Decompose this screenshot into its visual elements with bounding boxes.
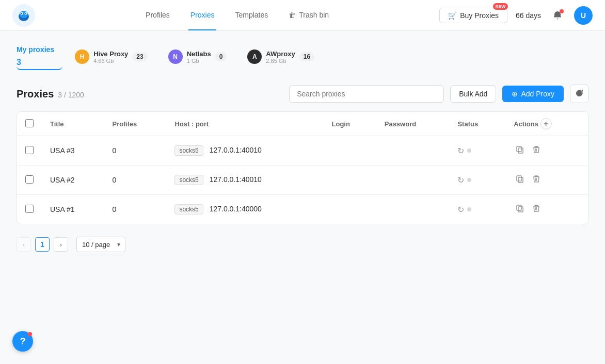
netlabs-icon: N	[168, 49, 183, 64]
delete-button-0[interactable]	[530, 143, 543, 158]
nav: Profiles Proxies Templates 🗑 Trash bin	[52, 1, 423, 30]
row-checkbox-2[interactable]	[25, 205, 34, 213]
col-login: Login	[324, 112, 376, 136]
row-password-2	[376, 195, 450, 224]
svg-rect-7	[518, 148, 523, 153]
tab-netlabs[interactable]: N Netlabs 1 Gb 0	[162, 45, 235, 68]
row-checkbox-1[interactable]	[25, 175, 34, 184]
bulk-add-button[interactable]: Bulk Add	[450, 85, 496, 103]
svg-rect-11	[518, 207, 523, 212]
svg-point-6	[25, 12, 26, 13]
refresh-button[interactable]	[570, 85, 588, 103]
add-icon: ⊕	[512, 90, 518, 98]
nav-trash[interactable]: 🗑 Trash bin	[286, 1, 331, 30]
table-row: USA #1 0 socks5 127.0.0.1:40000 ↻	[17, 195, 588, 224]
svg-rect-8	[517, 146, 521, 152]
row-login-0	[324, 136, 376, 166]
next-page-button[interactable]: ›	[54, 237, 68, 252]
avatar[interactable]: U	[574, 6, 593, 25]
row-actions-2	[505, 195, 588, 224]
notification-button[interactable]	[549, 7, 566, 24]
status-dot-1	[467, 178, 471, 182]
table-row: USA #2 0 socks5 127.0.0.1:40010 ↻	[17, 166, 588, 195]
row-title-2: USA #1	[42, 195, 104, 224]
row-profiles-2: 0	[104, 195, 167, 224]
table-row: USA #3 0 socks5 127.0.0.1:40010 ↻	[17, 136, 588, 166]
nav-profiles[interactable]: Profiles	[144, 1, 172, 30]
proxies-header: Proxies 3 / 1200 Bulk Add ⊕ Add Proxy	[17, 85, 588, 103]
tab-awproxy[interactable]: A AWproxy 2.85 Gb 16	[241, 45, 323, 68]
row-title-1: USA #2	[42, 166, 104, 195]
row-password-1	[376, 166, 450, 195]
col-password: Password	[376, 112, 450, 136]
row-profiles-0: 0	[104, 136, 167, 166]
svg-point-2	[20, 11, 28, 18]
col-title: Title	[42, 112, 104, 136]
row-title-0: USA #3	[42, 136, 104, 166]
svg-point-5	[21, 12, 22, 13]
host-value-2: 127.0.0.1:40000	[210, 205, 262, 213]
svg-rect-9	[518, 177, 523, 183]
status-reload-2[interactable]: ↻	[457, 205, 464, 214]
col-host-port: Host : port	[166, 112, 323, 136]
nav-templates[interactable]: Templates	[233, 1, 270, 30]
nav-proxies[interactable]: Proxies	[188, 1, 217, 30]
row-password-0	[376, 136, 450, 166]
header: Profiles Proxies Templates 🗑 Trash bin 🛒…	[0, 0, 605, 31]
status-reload-1[interactable]: ↻	[457, 175, 464, 185]
row-host-2: socks5 127.0.0.1:40000	[166, 195, 323, 224]
proxies-actions: Bulk Add ⊕ Add Proxy	[289, 85, 588, 103]
type-badge-0: socks5	[174, 145, 203, 156]
tab-hive-proxy[interactable]: H Hive Proxy 4.66 Gb 23	[69, 45, 156, 68]
row-status-1: ↻	[449, 166, 505, 195]
current-page[interactable]: 1	[35, 237, 50, 252]
new-badge: new	[493, 3, 508, 10]
trash-icon: 🗑	[289, 11, 296, 19]
buy-proxies-button[interactable]: 🛒 Buy Proxies new	[439, 8, 507, 23]
col-profiles: Profiles	[104, 112, 167, 136]
col-actions: Actions +	[505, 112, 588, 136]
row-login-1	[324, 166, 376, 195]
cart-icon: 🛒	[448, 11, 457, 20]
row-login-2	[324, 195, 376, 224]
row-status-2: ↻	[449, 195, 505, 224]
status-reload-0[interactable]: ↻	[457, 146, 464, 156]
row-actions-0	[505, 136, 588, 166]
main-content: My proxies 3 H Hive Proxy 4.66 Gb 23 N N…	[0, 31, 605, 364]
prev-page-button[interactable]: ‹	[17, 237, 31, 252]
status-dot-0	[467, 148, 471, 153]
help-button[interactable]: ?	[12, 331, 33, 352]
delete-button-2[interactable]	[530, 202, 543, 217]
add-proxy-button[interactable]: ⊕ Add Proxy	[502, 86, 564, 102]
header-right: 🛒 Buy Proxies new 66 days U	[439, 6, 593, 25]
copy-button-2[interactable]	[514, 202, 526, 217]
tab-my-proxies[interactable]: My proxies 3	[17, 43, 62, 70]
table-header-row: Title Profiles Host : port Login Passwor…	[17, 112, 588, 136]
delete-button-1[interactable]	[530, 173, 543, 187]
row-status-0: ↻	[449, 136, 505, 166]
type-badge-1: socks5	[174, 175, 203, 185]
copy-button-1[interactable]	[514, 173, 526, 187]
help-dot	[28, 332, 32, 336]
hive-icon: H	[75, 49, 89, 64]
row-checkbox-0[interactable]	[25, 146, 34, 154]
host-value-1: 127.0.0.1:40010	[210, 175, 262, 184]
row-actions-1	[505, 166, 588, 195]
select-all-checkbox[interactable]	[25, 119, 34, 127]
status-dot-2	[467, 207, 471, 211]
per-page-select[interactable]: 10 / page 20 / page 50 / page	[76, 237, 125, 252]
days-badge: 66 days	[516, 11, 541, 20]
row-host-1: socks5 127.0.0.1:40010	[166, 166, 323, 195]
awproxy-icon: A	[247, 49, 262, 64]
host-value-0: 127.0.0.1:40010	[210, 146, 262, 154]
type-badge-2: socks5	[174, 204, 203, 214]
col-status: Status	[449, 112, 505, 136]
logo[interactable]	[12, 4, 35, 27]
copy-button-0[interactable]	[514, 143, 526, 158]
provider-tabs: My proxies 3 H Hive Proxy 4.66 Gb 23 N N…	[17, 43, 588, 70]
pagination: ‹ 1 › 10 / page 20 / page 50 / page ▼	[17, 235, 588, 254]
svg-rect-12	[517, 205, 521, 210]
proxies-table: Title Profiles Host : port Login Passwor…	[17, 111, 588, 224]
search-input[interactable]	[289, 85, 444, 103]
add-column-icon[interactable]: +	[540, 118, 552, 129]
